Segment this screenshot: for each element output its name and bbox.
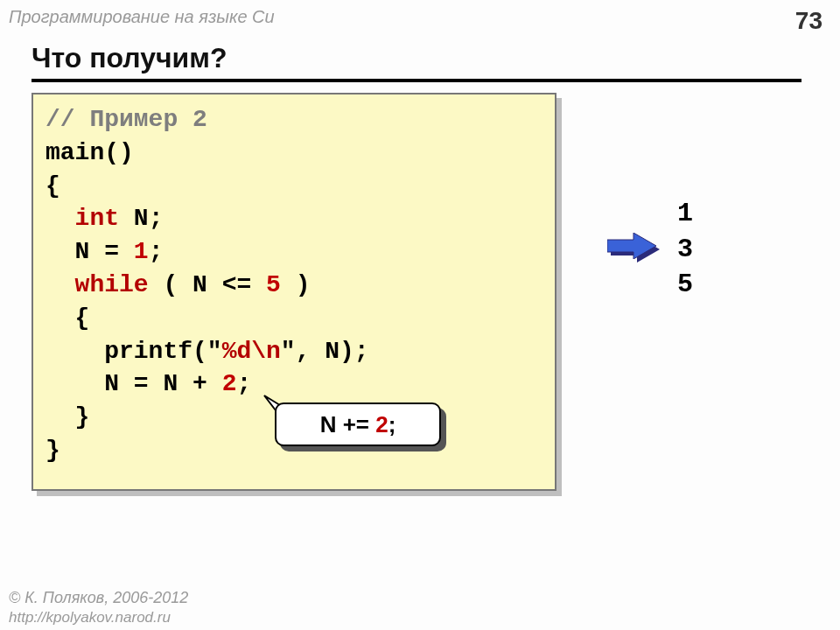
code-number: 5: [266, 271, 281, 298]
code-line: main(): [46, 139, 134, 166]
code-text: N =: [46, 238, 134, 265]
code-text: ): [281, 271, 311, 298]
code-line: }: [46, 437, 60, 464]
page-number: 73: [795, 7, 822, 35]
footer-url: http://kpolyakov.narod.ru: [9, 609, 171, 626]
callout-suffix: ;: [388, 411, 396, 438]
code-line: N = N + 2;: [46, 370, 251, 397]
code-line: printf("%d\n", N);: [46, 338, 369, 365]
callout-box: N += 2;: [275, 402, 441, 446]
code-line: {: [46, 304, 89, 332]
code-line: {: [46, 172, 60, 200]
callout-number: 2: [375, 411, 388, 438]
code-text: ( N <=: [149, 271, 266, 298]
code-indent: [46, 205, 75, 232]
arrow-icon: [607, 233, 656, 259]
code-number: 2: [222, 370, 237, 397]
code-line: N = 1;: [46, 238, 163, 265]
callout-text: N += 2;: [320, 411, 396, 438]
code-text: ;: [236, 370, 251, 397]
code-line: int N;: [46, 205, 163, 232]
code-number: 1: [134, 238, 149, 265]
code-string: %d\n: [222, 338, 281, 365]
code-text: N = N +: [46, 370, 222, 397]
code-text: ", N);: [281, 338, 369, 365]
title-underline: [32, 79, 802, 82]
code-text: N;: [119, 205, 163, 232]
slide-title: Что получим?: [32, 42, 227, 74]
code-indent: [46, 271, 75, 298]
code-keyword: while: [75, 271, 149, 298]
callout-prefix: N +=: [320, 411, 376, 438]
code-line: while ( N <= 5 ): [46, 271, 310, 298]
program-output: 1 3 5: [677, 196, 693, 303]
code-comment: // Пример 2: [46, 106, 207, 133]
footer-author: © К. Поляков, 2006-2012: [9, 589, 188, 607]
svg-marker-2: [607, 233, 656, 259]
code-line: }: [46, 403, 89, 430]
code-text: printf(": [46, 338, 222, 365]
code-text: ;: [149, 238, 164, 265]
course-header: Программирование на языке Си: [9, 7, 275, 27]
code-keyword: int: [75, 205, 119, 232]
